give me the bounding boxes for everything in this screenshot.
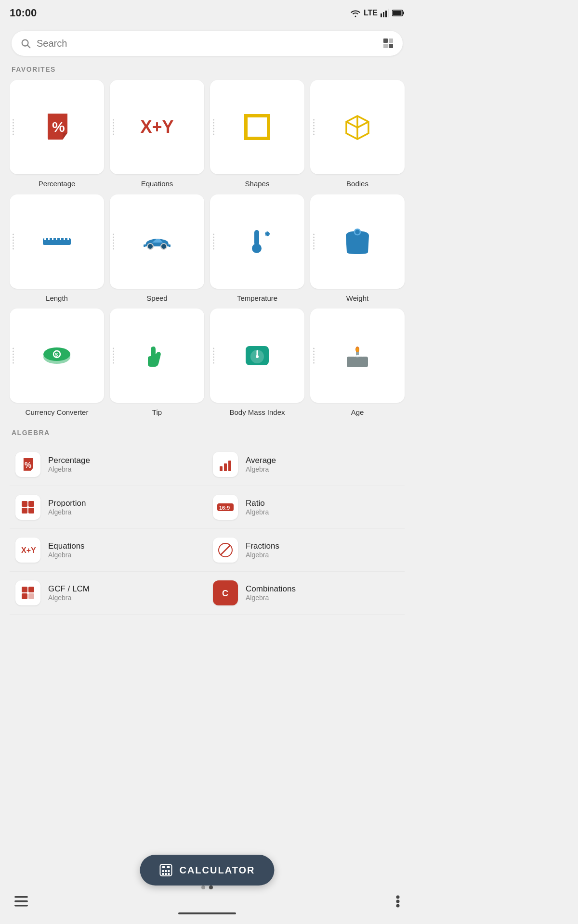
grid-toggle-icon: [382, 38, 394, 49]
percentage-icon: %: [41, 112, 72, 142]
svg-rect-22: [48, 237, 50, 240]
fav-item-equations[interactable]: X+Y Equations: [110, 80, 204, 189]
calculator-fab[interactable]: CALCULATOR: [140, 855, 274, 886]
algebra-item-proportion[interactable]: Proportion Algebra: [10, 486, 207, 529]
status-icons: LTE: [350, 9, 405, 17]
svg-rect-2: [385, 11, 387, 17]
drag-handle: [13, 233, 14, 249]
currency-icon: $: [41, 344, 72, 368]
speed-icon: [142, 232, 172, 251]
algebra-item-fractions[interactable]: Fractions Algebra: [207, 529, 405, 572]
svg-text:%: %: [25, 461, 31, 469]
svg-rect-59: [22, 508, 27, 513]
alg-fractions-icon: [213, 538, 238, 563]
svg-rect-82: [14, 905, 28, 907]
status-bar: 10:00 LTE: [0, 0, 414, 23]
svg-rect-21: [44, 236, 46, 240]
fav-item-speed[interactable]: Speed: [110, 194, 204, 303]
svg-rect-55: [224, 463, 227, 471]
alg-percentage-name: Percentage: [48, 456, 90, 465]
search-input[interactable]: [37, 38, 382, 49]
svg-rect-47: [347, 357, 368, 367]
svg-rect-60: [28, 508, 34, 513]
alg-gcf-name: GCF / LCM: [48, 584, 90, 594]
favorites-section-label: FAVORITES: [0, 65, 414, 80]
alg-percentage-icon: %: [15, 452, 40, 477]
alg-proportion-icon: [15, 495, 40, 520]
drag-handle: [13, 119, 14, 135]
svg-rect-3: [388, 9, 389, 17]
grid-icon[interactable]: [382, 38, 394, 49]
svg-rect-9: [383, 38, 388, 43]
algebra-list: % Percentage Algebra Average Algebra: [0, 443, 414, 615]
page-dots: [0, 886, 414, 889]
fav-item-percentage[interactable]: % Percentage: [10, 80, 104, 189]
alg-gcf-sub: Algebra: [48, 594, 90, 602]
svg-line-18: [346, 122, 357, 128]
alg-proportion-sub: Algebra: [48, 508, 86, 516]
svg-point-38: [355, 229, 360, 235]
algebra-item-combinations[interactable]: C Combinations Algebra: [207, 572, 405, 615]
wifi-icon: [350, 9, 361, 17]
alg-ratio-sub: Algebra: [246, 508, 269, 516]
page-dot-1: [201, 886, 205, 889]
page-dot-2: [209, 886, 213, 889]
algebra-item-average[interactable]: Average Algebra: [207, 443, 405, 486]
more-options-icon: [396, 895, 400, 908]
fav-item-age[interactable]: Age: [310, 308, 405, 417]
svg-rect-75: [165, 870, 167, 872]
alg-percentage-sub: Algebra: [48, 465, 90, 473]
alg-equations-name: Equations: [48, 541, 85, 551]
status-time: 10:00: [10, 7, 37, 19]
fav-label-equations: Equations: [141, 179, 173, 189]
hamburger-menu-button[interactable]: [14, 896, 28, 907]
alg-fractions-sub: Algebra: [246, 551, 279, 559]
algebra-item-equations[interactable]: X+Y Equations Algebra: [10, 529, 207, 572]
shapes-icon: [244, 114, 270, 140]
alg-ratio-name: Ratio: [246, 499, 269, 508]
svg-rect-81: [14, 900, 28, 902]
calculator-fab-text: CALCULATOR: [179, 865, 255, 876]
weight-icon: [344, 227, 371, 256]
drag-handle: [313, 233, 315, 249]
svg-rect-73: [167, 866, 170, 868]
svg-rect-27: [67, 236, 69, 240]
fav-item-weight[interactable]: Weight: [310, 194, 405, 303]
algebra-item-gcf[interactable]: GCF / LCM Algebra: [10, 572, 207, 615]
fav-item-tip[interactable]: Tip: [110, 308, 204, 417]
fav-label-temperature: Temperature: [237, 294, 277, 303]
algebra-item-percentage[interactable]: % Percentage Algebra: [10, 443, 207, 486]
svg-point-28: [147, 244, 153, 249]
svg-rect-31: [169, 244, 171, 247]
fav-item-bmi[interactable]: Body Mass Index: [210, 308, 304, 417]
alg-average-name: Average: [246, 456, 276, 465]
svg-point-50: [356, 348, 359, 352]
calculator-fab-icon: [159, 863, 172, 877]
hamburger-icon: [14, 896, 28, 907]
algebra-item-ratio[interactable]: 16:9 Ratio Algebra: [207, 486, 405, 529]
bodies-icon: [342, 112, 372, 142]
fav-label-tip: Tip: [152, 408, 162, 417]
signal-icon: [381, 9, 389, 17]
fav-item-currency[interactable]: $ Currency Converter: [10, 308, 104, 417]
fav-label-bmi: Body Mass Index: [229, 408, 285, 417]
fav-item-temperature[interactable]: Temperature: [210, 194, 304, 303]
bottom-bar: CALCULATOR: [0, 881, 414, 924]
svg-rect-32: [254, 230, 259, 245]
search-icon: [20, 38, 31, 49]
alg-fractions-name: Fractions: [246, 541, 279, 551]
svg-rect-24: [56, 237, 57, 240]
more-options-button[interactable]: [396, 895, 400, 908]
drag-handle: [113, 233, 114, 249]
svg-text:X+Y: X+Y: [21, 546, 36, 554]
fav-item-shapes[interactable]: Shapes: [210, 80, 304, 189]
svg-line-8: [27, 45, 30, 48]
svg-rect-25: [60, 236, 61, 240]
svg-rect-30: [144, 244, 145, 247]
fav-label-currency: Currency Converter: [26, 408, 89, 417]
fav-item-length[interactable]: Length: [10, 194, 104, 303]
fav-item-bodies[interactable]: Bodies: [310, 80, 405, 189]
algebra-section-label: ALGEBRA: [0, 429, 414, 443]
drag-handle: [13, 348, 14, 364]
search-bar[interactable]: [12, 31, 403, 56]
